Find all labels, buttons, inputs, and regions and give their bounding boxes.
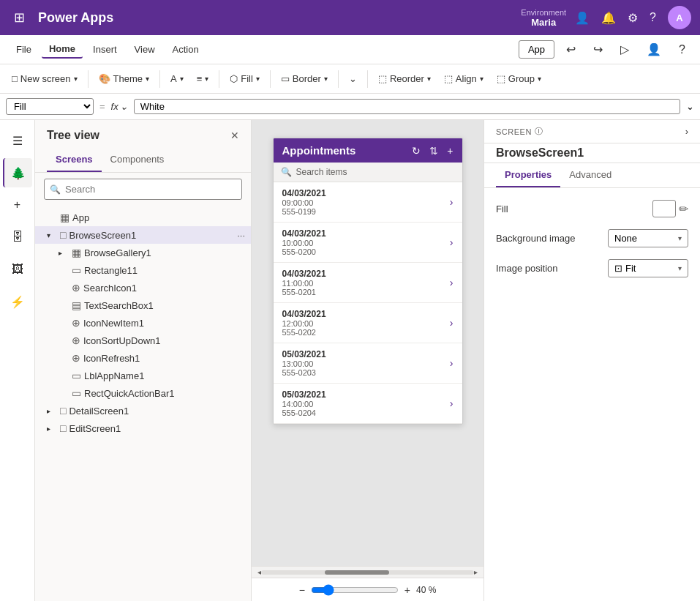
zoom-out-button[interactable]: − bbox=[299, 584, 305, 596]
new-screen-button[interactable]: □ New screen ▾ bbox=[6, 70, 83, 87]
tree-search-input[interactable] bbox=[44, 179, 242, 200]
topbar: ⊞ Power Apps Environment Maria 👤 🔔 ⚙ ? A bbox=[0, 0, 700, 35]
person-icon[interactable]: 👤 bbox=[575, 11, 590, 25]
tree-item-rectangle11[interactable]: ▭ Rectangle11 bbox=[35, 261, 251, 279]
list-item-text: 04/03/2021 12:00:00 555-0202 bbox=[282, 309, 450, 337]
zoom-slider[interactable] bbox=[311, 584, 399, 596]
list-item-chevron: › bbox=[450, 277, 454, 288]
tree-item-label: TextSearchBox1 bbox=[84, 300, 245, 311]
list-item[interactable]: 04/03/2021 09:00:00 555-0199 › bbox=[274, 182, 462, 223]
font-size-button[interactable]: A ▾ bbox=[165, 70, 189, 87]
list-item-time: 09:00:00 bbox=[282, 198, 450, 207]
zoom-bar: − + 40 % bbox=[252, 578, 483, 601]
select-chevron-icon: ▾ bbox=[678, 234, 682, 242]
tree-item-rect-quick[interactable]: ▭ RectQuickActionBar1 bbox=[35, 384, 251, 402]
sidebar-tree-icon[interactable]: 🌲 bbox=[3, 158, 32, 187]
list-item[interactable]: 05/03/2021 14:00:00 555-0204 › bbox=[274, 384, 462, 424]
img-position-select[interactable]: ⊡ Fit ▾ bbox=[608, 259, 688, 277]
tree-item-detail-screen[interactable]: ▸ □ DetailScreen1 bbox=[35, 402, 251, 419]
scrollbar-thumb[interactable] bbox=[325, 570, 388, 575]
menu-home[interactable]: Home bbox=[42, 40, 83, 59]
zoom-level-label: 40 % bbox=[416, 585, 436, 595]
sort-header-icon[interactable]: ⇅ bbox=[429, 145, 438, 157]
app-name: Power Apps bbox=[38, 10, 113, 26]
redo-icon[interactable]: ↪ bbox=[587, 40, 609, 59]
list-item-time: 13:00:00 bbox=[282, 359, 450, 368]
label-icon: ▭ bbox=[72, 370, 81, 381]
list-item[interactable]: 04/03/2021 10:00:00 555-0200 › bbox=[274, 223, 462, 263]
image-position-property: Image position ⊡ Fit ▾ bbox=[496, 259, 688, 277]
search-component-icon: ⊕ bbox=[72, 282, 80, 294]
refresh-header-icon[interactable]: ↻ bbox=[412, 145, 421, 157]
sidebar-data-icon[interactable]: 🗄 bbox=[3, 223, 32, 252]
menu-insert[interactable]: Insert bbox=[86, 41, 124, 58]
list-item-time: 12:00:00 bbox=[282, 319, 450, 328]
tree-item-icon-refresh[interactable]: ⊕ IconRefresh1 bbox=[35, 349, 251, 367]
list-item-time: 11:00:00 bbox=[282, 279, 450, 288]
phone-search-bar: 🔍 Search items bbox=[274, 163, 462, 182]
tab-properties[interactable]: Properties bbox=[496, 163, 560, 187]
help-circle-icon[interactable]: ⓘ bbox=[535, 126, 543, 137]
tree-item-edit-screen[interactable]: ▸ □ EditScreen1 bbox=[35, 419, 251, 437]
group-button[interactable]: ⬚ Group ▾ bbox=[491, 70, 547, 87]
menu-file[interactable]: File bbox=[9, 41, 39, 58]
align-button[interactable]: ⬚ Align ▾ bbox=[438, 70, 489, 87]
add-header-icon[interactable]: + bbox=[447, 145, 453, 157]
more-button[interactable]: ⌄ bbox=[343, 70, 363, 87]
toolbar-divider-6 bbox=[367, 70, 368, 88]
app-button[interactable]: App bbox=[519, 40, 554, 59]
border-button[interactable]: ▭ Border ▾ bbox=[275, 70, 334, 87]
canvas-bottom: ◂ ▸ − + 40 % bbox=[252, 566, 483, 601]
share-icon[interactable]: 👤 bbox=[641, 40, 667, 59]
tree-item-browse-gallery[interactable]: ▸ ▦ BrowseGallery1 bbox=[35, 244, 251, 261]
theme-button[interactable]: 🎨 Theme ▾ bbox=[93, 70, 155, 87]
tree-item-app[interactable]: ▦ App bbox=[35, 209, 251, 226]
tree-item-icon-sort[interactable]: ⊕ IconSortUpDown1 bbox=[35, 332, 251, 349]
phone-header-icons: ↻ ⇅ + bbox=[412, 145, 453, 157]
tree-item-text-search-box[interactable]: ▤ TextSearchBox1 bbox=[35, 296, 251, 314]
fx-button[interactable]: fx ⌄ bbox=[111, 101, 128, 112]
list-item-chevron: › bbox=[450, 357, 454, 369]
list-item-date: 05/03/2021 bbox=[282, 349, 450, 359]
notification-icon[interactable]: 🔔 bbox=[601, 11, 616, 25]
list-item[interactable]: 04/03/2021 11:00:00 555-0201 › bbox=[274, 263, 462, 303]
grid-menu-icon[interactable]: ⊞ bbox=[9, 7, 29, 28]
icon-sort-icon: ⊕ bbox=[72, 335, 80, 346]
list-item[interactable]: 04/03/2021 12:00:00 555-0202 › bbox=[274, 303, 462, 343]
tab-advanced[interactable]: Advanced bbox=[560, 163, 620, 187]
help-icon[interactable]: ? bbox=[650, 11, 656, 24]
fill-icon-btn[interactable]: ✏ bbox=[679, 202, 688, 216]
tree-close-button[interactable]: ✕ bbox=[230, 130, 239, 141]
tree-item-icon-new[interactable]: ⊕ IconNewItem1 bbox=[35, 314, 251, 332]
sidebar-add-icon[interactable]: + bbox=[3, 190, 32, 220]
sidebar-code-icon[interactable]: ⚡ bbox=[3, 287, 32, 316]
formula-chevron[interactable]: ⌄ bbox=[686, 101, 694, 112]
bg-image-select[interactable]: None ▾ bbox=[608, 229, 688, 247]
formula-input[interactable] bbox=[134, 99, 680, 114]
fill-button[interactable]: ⬡ Fill ▾ bbox=[224, 70, 266, 87]
expand-panel-button[interactable]: › bbox=[685, 126, 688, 137]
text-align-button[interactable]: ≡ ▾ bbox=[191, 70, 215, 87]
more-options-icon[interactable]: ··· bbox=[237, 230, 245, 241]
scroll-right-icon[interactable]: ▸ bbox=[474, 568, 478, 576]
menu-action[interactable]: Action bbox=[165, 41, 206, 58]
menu-help-icon[interactable]: ? bbox=[673, 40, 691, 59]
undo-icon[interactable]: ↩ bbox=[560, 40, 582, 59]
menu-view[interactable]: View bbox=[127, 41, 162, 58]
reorder-button[interactable]: ⬚ Reorder ▾ bbox=[372, 70, 437, 87]
sidebar-menu-icon[interactable]: ☰ bbox=[3, 126, 32, 155]
fill-color-swatch[interactable] bbox=[652, 200, 676, 217]
tab-components[interactable]: Components bbox=[102, 148, 173, 172]
tree-item-browse-screen[interactable]: ▾ □ BrowseScreen1 ··· bbox=[35, 226, 251, 244]
tree-item-lbl-app-name[interactable]: ▭ LblAppName1 bbox=[35, 367, 251, 384]
settings-icon[interactable]: ⚙ bbox=[628, 11, 638, 25]
property-selector[interactable]: Fill bbox=[6, 98, 94, 115]
horizontal-scrollbar[interactable]: ◂ ▸ bbox=[252, 566, 483, 578]
zoom-in-button[interactable]: + bbox=[404, 584, 410, 596]
play-icon[interactable]: ▷ bbox=[614, 40, 635, 59]
list-item[interactable]: 05/03/2021 13:00:00 555-0203 › bbox=[274, 343, 462, 384]
avatar[interactable]: A bbox=[668, 6, 691, 29]
tree-item-search-icon1[interactable]: ⊕ SearchIcon1 bbox=[35, 279, 251, 296]
sidebar-media-icon[interactable]: 🖼 bbox=[3, 255, 32, 284]
tab-screens[interactable]: Screens bbox=[47, 148, 102, 172]
